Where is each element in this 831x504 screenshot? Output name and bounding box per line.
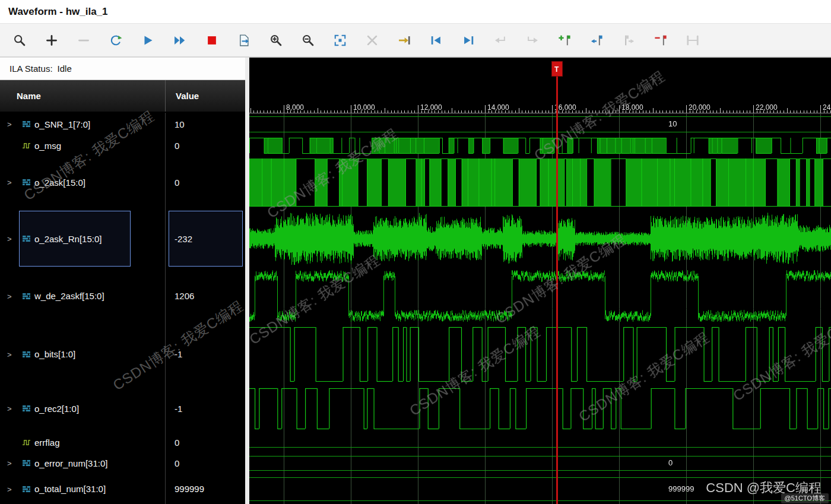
signal-value: -232 xyxy=(175,234,192,244)
table-header: Name Value xyxy=(0,80,245,112)
expand-chevron-icon[interactable]: > xyxy=(7,484,12,493)
next-marker-icon xyxy=(622,34,635,47)
run-trigger-immediate-button[interactable] xyxy=(100,28,132,53)
signal-value: 0 xyxy=(175,141,179,151)
signal-name: o_bits[1:0] xyxy=(34,349,75,359)
signal-name: o_rec2[1:0] xyxy=(34,404,79,414)
signal-name: o_2ask_Rn[15:0] xyxy=(34,234,102,244)
signal-value: 999999 xyxy=(175,484,204,494)
remove-button xyxy=(68,28,100,53)
zoom-in-button[interactable] xyxy=(260,28,292,53)
prev-marker-button[interactable] xyxy=(581,28,613,53)
bus-icon xyxy=(22,179,31,186)
run-trigger-icon xyxy=(141,34,154,47)
search-button[interactable] xyxy=(4,28,36,53)
goto-end-button[interactable] xyxy=(452,28,484,53)
goto-start-icon xyxy=(430,34,443,47)
ila-status-bar: ILA Status: Idle xyxy=(0,58,245,80)
zoom-fit-icon xyxy=(334,34,347,47)
signal-row-o_bits10[interactable]: >o_bits[1:0]-1 xyxy=(0,324,245,385)
signal-name: o_total_num[31:0] xyxy=(34,484,106,494)
signal-value: 0 xyxy=(175,458,179,468)
stop-trigger-icon xyxy=(205,34,218,47)
expand-chevron-icon[interactable]: > xyxy=(7,178,12,187)
export-ila-data-button[interactable] xyxy=(228,28,260,53)
signal-value: 0 xyxy=(175,438,179,448)
expand-chevron-icon[interactable]: > xyxy=(7,291,12,300)
signal-value: 1206 xyxy=(175,291,194,301)
goto-trigger-button[interactable] xyxy=(388,28,420,53)
signal-name: o_SNR_1[7:0] xyxy=(34,119,90,129)
bit-icon xyxy=(22,439,31,446)
remove-icon xyxy=(77,34,90,47)
zoom-out-button[interactable] xyxy=(292,28,324,53)
expand-chevron-icon[interactable]: > xyxy=(7,234,12,243)
signal-row-errflag[interactable]: errflag0 xyxy=(0,432,245,452)
run-trigger-button[interactable] xyxy=(132,28,164,53)
expand-chevron-icon[interactable]: > xyxy=(7,404,12,413)
waveform-canvas[interactable] xyxy=(249,58,831,504)
stop-trigger-button[interactable] xyxy=(196,28,228,53)
goto-end-icon xyxy=(462,34,475,47)
bus-icon xyxy=(22,121,31,128)
column-header-name[interactable]: Name xyxy=(0,91,165,101)
signal-name: errflag xyxy=(34,438,60,448)
signal-name: o_msg xyxy=(34,141,61,151)
add-icon xyxy=(45,34,58,47)
ila-status-label: ILA Status: xyxy=(9,64,53,74)
no-trigger-button xyxy=(356,28,388,53)
next-transition-icon xyxy=(526,34,539,47)
run-all-button[interactable] xyxy=(164,28,196,53)
delete-marker-icon xyxy=(654,34,667,47)
prev-marker-icon xyxy=(590,34,603,47)
next-transition-button xyxy=(516,28,548,53)
signal-row-o_2ask150[interactable]: >o_2ask[15:0]0 xyxy=(0,156,245,209)
signal-name: w_de_2askf[15:0] xyxy=(34,291,104,301)
signal-row-o_error_num310[interactable]: >o_error_num[31:0]0 xyxy=(0,452,245,474)
panel-splitter[interactable] xyxy=(245,58,249,504)
bit-icon xyxy=(22,142,31,149)
search-icon xyxy=(13,34,26,47)
prev-transition-button xyxy=(484,28,516,53)
no-trigger-icon xyxy=(366,34,379,47)
expand-chevron-icon[interactable]: > xyxy=(7,459,12,468)
swap-markers-button xyxy=(677,28,709,53)
goto-trigger-icon xyxy=(398,34,411,47)
signal-row-o_rec210[interactable]: >o_rec2[1:0]-1 xyxy=(0,385,245,432)
add-marker-icon xyxy=(558,34,571,47)
signal-name: o_error_num[31:0] xyxy=(34,458,107,468)
bus-icon xyxy=(22,459,31,467)
signal-row-o_msg[interactable]: o_msg0 xyxy=(0,135,245,156)
prev-transition-icon xyxy=(494,34,507,47)
delete-marker-button[interactable] xyxy=(645,28,677,53)
zoom-fit-button[interactable] xyxy=(324,28,356,53)
zoom-in-icon xyxy=(269,34,283,47)
bus-icon xyxy=(22,293,31,300)
signal-row-o_2ask_rn150[interactable]: >o_2ask_Rn[15:0]-232 xyxy=(0,209,245,268)
main-area: ILA Status: Idle Name Value >o_SNR_1[7:0… xyxy=(0,58,831,504)
goto-start-button[interactable] xyxy=(420,28,452,53)
signal-row-o_total_num310[interactable]: >o_total_num[31:0]999999 xyxy=(0,474,245,504)
column-header-value[interactable]: Value xyxy=(165,80,245,112)
signal-name: o_2ask[15:0] xyxy=(34,177,85,188)
window-titlebar: Waveform - hw_ila_1 xyxy=(0,0,831,24)
signal-value: -1 xyxy=(175,349,182,359)
signal-row-o_snr_170[interactable]: >o_SNR_1[7:0]10 xyxy=(0,113,245,135)
waveform-area xyxy=(249,58,831,504)
toolbar xyxy=(0,24,831,58)
ila-status-value: Idle xyxy=(58,64,72,74)
signal-panel: ILA Status: Idle Name Value >o_SNR_1[7:0… xyxy=(0,58,245,504)
signal-list: >o_SNR_1[7:0]10o_msg0>o_2ask[15:0]0>o_2a… xyxy=(0,58,245,504)
zoom-out-icon xyxy=(302,34,315,47)
signal-value: -1 xyxy=(175,404,182,414)
expand-chevron-icon[interactable]: > xyxy=(7,120,12,129)
add-button[interactable] xyxy=(36,28,68,53)
add-marker-button[interactable] xyxy=(548,28,581,53)
window-title: Waveform - hw_ila_1 xyxy=(8,6,108,18)
next-marker-button xyxy=(613,28,645,53)
expand-chevron-icon[interactable]: > xyxy=(7,350,12,359)
signal-value: 10 xyxy=(175,119,185,129)
signal-row-w_de_2askf150[interactable]: >w_de_2askf[15:0]1206 xyxy=(0,268,245,324)
swap-markers-icon xyxy=(686,34,699,47)
run-trigger-immediate-icon xyxy=(109,34,122,47)
